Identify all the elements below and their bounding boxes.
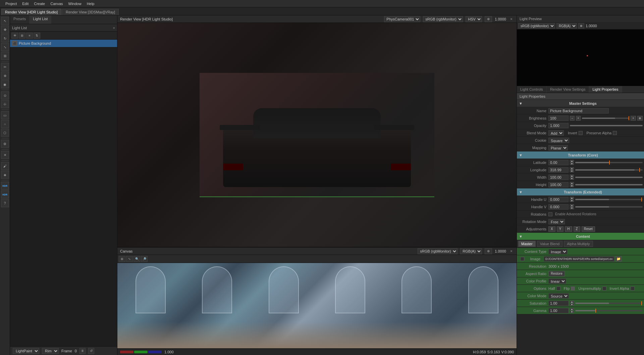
toolbar-transform[interactable]: ⊞ [1, 52, 9, 60]
light-item-0[interactable]: ⬛ Picture Background [10, 40, 117, 47]
prop-tab-light-controls[interactable]: Light Controls [517, 86, 547, 93]
adj-h-btn[interactable]: H [565, 226, 572, 232]
lp-mode-select[interactable]: RGB(A) [556, 23, 577, 29]
menu-canvas[interactable]: Canvas [48, 1, 65, 6]
adj-reset-btn[interactable]: Reset [582, 226, 595, 232]
toolbar-help[interactable]: ? [1, 199, 9, 207]
opacity-slider[interactable] [570, 125, 643, 126]
ll-sort-btn[interactable]: ⇅ [34, 33, 40, 39]
invert-checkbox[interactable] [579, 131, 583, 135]
toolbar-select[interactable]: ↖ [1, 17, 9, 25]
toolbar-hdr1[interactable]: HDR [1, 182, 9, 190]
prop-saturation-input[interactable] [548, 301, 569, 306]
options-unpremultiply-checkbox[interactable] [602, 286, 606, 291]
prop-width-input[interactable] [548, 175, 569, 180]
toolbar-hdr2[interactable]: HDR [1, 190, 9, 198]
rotations-checkbox[interactable] [548, 212, 552, 216]
prop-height-input[interactable] [548, 182, 569, 187]
options-half-checkbox[interactable] [556, 286, 560, 291]
prop-image-path-input[interactable] [544, 256, 614, 262]
brightness-slider[interactable] [582, 118, 629, 119]
toolbar-eyedrop[interactable]: ⊕ [1, 72, 9, 80]
lp-colorspace-select[interactable]: sRGB (rgbMonitor) [518, 23, 555, 29]
toolbar-rect[interactable]: ▭ [1, 111, 9, 119]
adj-x-btn[interactable]: X [548, 226, 555, 232]
toolbar-rotate[interactable]: ↻ [1, 34, 9, 42]
tab-presets[interactable]: Presets [10, 15, 30, 24]
preserve-alpha-checkbox[interactable] [613, 131, 617, 135]
adj-y-btn[interactable]: Y [557, 226, 564, 232]
brightness-add-btn[interactable]: + [631, 116, 636, 121]
lightpaint-select[interactable]: LightPaint [13, 348, 39, 354]
adj-z-btn[interactable]: Z [574, 226, 580, 232]
ll-eye-btn[interactable]: 👁 [11, 33, 18, 39]
canvas-zoom-out[interactable]: 🔎 [141, 256, 148, 262]
handle-u-down[interactable]: ▼ [570, 199, 574, 202]
width-down[interactable]: ▼ [570, 177, 574, 180]
master-settings-header[interactable]: ▼ Master Settings [517, 100, 644, 107]
mode-select-top[interactable]: HSV [466, 16, 482, 22]
options-flip-checkbox[interactable] [571, 286, 575, 291]
content-tab-value-blend[interactable]: Value Blend [537, 241, 563, 247]
mapping-select[interactable]: Planar [548, 145, 568, 150]
latitude-slider[interactable] [575, 162, 643, 163]
toolbar-3d[interactable]: ◈ [1, 171, 9, 179]
content-tab-alpha-multiply[interactable]: Alpha Multiply [564, 241, 593, 247]
canvas-zoom-in[interactable]: 🔍 [133, 256, 140, 262]
options-invert-alpha-checkbox[interactable] [631, 286, 635, 291]
prop-tab-render-settings[interactable]: Render View Settings [547, 86, 589, 93]
content-header[interactable]: ▼ Content [517, 233, 644, 240]
canvas-colorspace-select[interactable]: sRGB (rgbMonitor) [418, 248, 458, 254]
ll-list-btn[interactable]: ≡ [26, 33, 33, 39]
lp-display-btn[interactable]: ⊕ [578, 23, 584, 29]
toolbar-brush[interactable]: 🖌 [1, 162, 9, 170]
toolbar-zoom[interactable]: ⊙ [1, 91, 9, 99]
gamma-slider[interactable] [575, 310, 643, 311]
handle-v-down[interactable]: ▼ [570, 207, 574, 209]
handle-v-up[interactable]: ▲ [570, 204, 574, 207]
colorspace-select-top[interactable]: sRGB (rgbMonitor) [423, 16, 463, 22]
width-up[interactable]: ▲ [570, 175, 574, 177]
height-down[interactable]: ▼ [570, 185, 574, 187]
toolbar-pan[interactable]: ☩ [1, 100, 9, 108]
gamma-up[interactable]: ▲ [570, 308, 574, 310]
content-tab-master[interactable]: Master [518, 241, 536, 247]
toolbar-ellipse[interactable]: ○ [1, 120, 9, 128]
handle-u-slider[interactable] [575, 199, 643, 200]
toolbar-close[interactable]: ✕ [1, 151, 9, 159]
saturation-up[interactable]: ▲ [570, 301, 574, 303]
brightness-plus-btn[interactable]: + [576, 116, 581, 121]
canvas-zoom-fit[interactable]: ⤡ [126, 256, 133, 262]
display-btn-top[interactable]: ⊕ [485, 16, 492, 22]
toolbar-paint[interactable]: ◉ [1, 80, 9, 88]
toolbar-pen[interactable]: ✏ [1, 63, 9, 71]
saturation-slider[interactable] [575, 303, 643, 304]
toolbar-settings[interactable]: ⚙ [1, 140, 9, 148]
content-type-select[interactable]: Image [548, 249, 568, 254]
brightness-minus-btn[interactable]: − [570, 116, 575, 121]
menu-edit[interactable]: Edit [19, 1, 31, 6]
handle-v-slider[interactable] [575, 206, 643, 208]
prop-latitude-input[interactable] [548, 160, 569, 165]
image-enable-checkbox[interactable] [520, 257, 524, 261]
longitude-up[interactable]: ▲ [570, 167, 574, 170]
render-view-close[interactable]: × [509, 17, 514, 21]
light-list-close-btn[interactable]: × [113, 26, 115, 30]
prop-handle-u-input[interactable] [548, 197, 569, 202]
tab-render-vray[interactable]: Render View [3DSMax][VRay] [62, 9, 119, 15]
prop-brightness-input[interactable] [548, 116, 569, 121]
menu-create[interactable]: Create [31, 1, 48, 6]
brightness-pin-btn[interactable]: ⊕ [637, 116, 643, 121]
image-browse-btn[interactable]: 📁 [615, 256, 622, 262]
handle-u-up[interactable]: ▲ [570, 197, 574, 199]
tab-render-hdr[interactable]: Render View [HDR Light Studio] [1, 9, 61, 15]
menu-help[interactable]: Help [84, 1, 97, 6]
canvas-close[interactable]: × [509, 249, 514, 254]
prop-tab-light-props[interactable]: Light Properties [589, 86, 622, 93]
tab-light-list[interactable]: Light List [30, 15, 51, 24]
canvas-fit-btn[interactable]: ⊞ [119, 256, 125, 262]
color-profile-select[interactable]: linear [548, 278, 566, 284]
camera-select[interactable]: PhysCamera001 [384, 16, 420, 22]
prop-gamma-input[interactable] [548, 308, 569, 313]
height-slider[interactable] [575, 184, 643, 185]
